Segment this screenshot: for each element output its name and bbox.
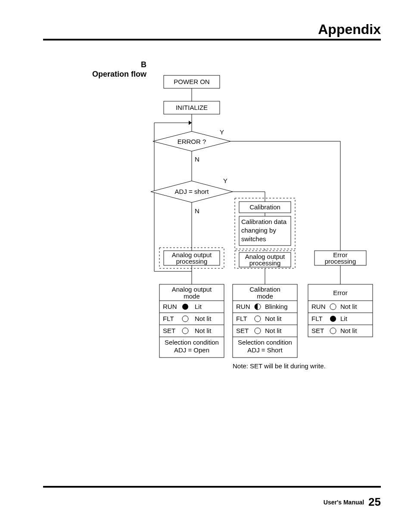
node-calibration: Calibration [249,203,280,211]
section-letter: B [141,60,146,69]
led-empty-icon [182,316,188,322]
label-y1: Y [220,128,224,136]
page-number: 25 [368,495,381,508]
page-title: Appendix [318,22,381,37]
calib-l2: changing by [241,227,276,234]
legend1-cond2: ADJ = Open [174,346,209,354]
label-y2: Y [223,177,227,184]
legend1-set: SET [163,327,175,334]
led-empty-icon [182,328,188,334]
analog-l2a: processing [176,258,208,265]
led-empty-icon [255,328,261,334]
legend3-flt: FLT [311,315,323,322]
note-text: Note: SET will be lit during write. [233,362,326,370]
legend3-flt-state: Lit [340,315,348,322]
legend1-run-state: Lit [195,303,202,310]
analog-l2b: processing [249,259,281,267]
legend2-set: SET [236,327,249,334]
legend2-set-state: Not lit [265,327,282,334]
legend3-run: RUN [311,303,326,310]
led-empty-icon [330,304,336,310]
label-n2: N [195,207,199,215]
led-empty-icon [255,316,261,322]
legend2-run: RUN [236,303,250,310]
legend1-title2: mode [184,292,200,300]
legend2-cond2: ADJ = Short [247,346,283,354]
led-filled-icon [330,316,336,322]
legend2-cond1: Selection condition [238,339,292,346]
flowchart: POWER ON INITIALIZE ERROR ? Y N ADJ = sh… [146,65,405,375]
legend3-run-state: Not lit [340,303,357,310]
section-title: Operation flow [92,70,146,78]
legend1-set-state: Not lit [195,327,212,334]
calib-l3: switches [241,235,266,243]
section-heading: B Operation flow [82,60,146,79]
led-filled-icon [182,304,188,310]
node-adj: ADJ = short [175,188,209,195]
label-n1: N [195,156,199,163]
legend3-title: Error [333,289,347,296]
legend-col-error: Error RUN Not lit FLT Lit SET Not lit [308,284,373,337]
svg-marker-6 [189,121,192,125]
legend2-run-state: Blinking [265,303,288,310]
node-error: ERROR ? [177,138,206,145]
legend-col-calibration: Calibration mode RUN Blinking FLT Not li… [233,284,297,358]
legend3-set-state: Not lit [340,327,357,334]
legend1-flt: FLT [163,315,174,322]
legend1-flt-state: Not lit [195,315,212,322]
footer: User's Manual 25 [324,495,381,509]
legend1-title1: Analog output [172,286,212,293]
rule-bottom [43,486,381,488]
legend2-title2: mode [257,292,273,300]
legend-col-analog: Analog output mode RUN Lit FLT Not lit S… [159,284,224,358]
legend3-set: SET [311,327,324,334]
legend1-run: RUN [163,303,177,310]
node-power-on: POWER ON [174,78,209,85]
legend2-flt: FLT [236,315,247,322]
rule-top [43,39,381,40]
error-l2: processing [325,258,356,265]
footer-label: User's Manual [324,499,364,506]
led-half-icon [255,304,261,310]
legend2-title1: Calibration [249,286,280,293]
manual-page: Appendix B Operation flow POWER ON INITI… [0,0,411,532]
legend1-cond1: Selection condition [165,339,219,346]
legend2-flt-state: Not lit [265,315,282,322]
led-empty-icon [330,328,336,334]
node-initialize: INITIALIZE [176,104,208,111]
calib-l1: Calibration data [241,218,287,225]
